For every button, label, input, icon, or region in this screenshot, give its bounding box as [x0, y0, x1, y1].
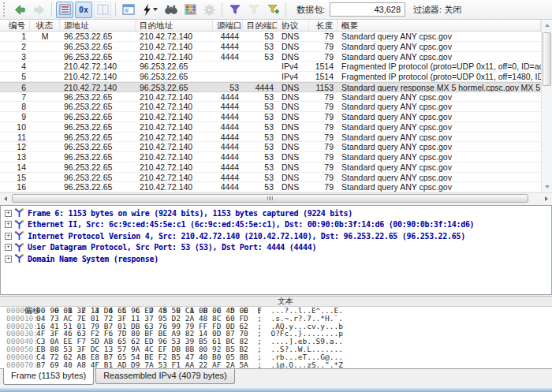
- cell-len: 1153: [309, 83, 338, 91]
- packet-table-header[interactable]: 编号状态源地址目的地址源端口目的端口协议长度概要: [0, 20, 541, 32]
- scroll-right-icon[interactable]: [541, 193, 552, 203]
- cell-len: 79: [309, 142, 338, 151]
- cell-proto: DNS: [278, 152, 309, 162]
- window-bottom-edge: [0, 388, 552, 392]
- packet-row[interactable]: 1M96.253.22.65210.42.72.140444453DNS79St…: [0, 32, 541, 42]
- column-header[interactable]: 编号: [0, 20, 30, 31]
- column-header[interactable]: 源端口: [213, 20, 243, 31]
- tab-reassembled-ipv4[interactable]: Reassembled IPv4 (4079 bytes): [95, 369, 235, 384]
- cell-len: 79: [309, 52, 338, 62]
- packet-row[interactable]: 796.253.22.65210.42.72.140444453DNS79Sta…: [0, 92, 541, 103]
- filter-add-button[interactable]: [264, 2, 282, 18]
- packet-list-toggle[interactable]: [56, 2, 73, 18]
- horizontal-scrollbar-thumb[interactable]: [12, 194, 528, 203]
- cell-src: 96.253.22.65: [60, 92, 136, 102]
- column-header[interactable]: 目的端口: [243, 20, 278, 31]
- packet-row[interactable]: 4210.42.72.14096.253.22.65IPv41514Fragme…: [0, 62, 541, 72]
- details-panel-button[interactable]: [120, 2, 137, 18]
- split-view-toggle[interactable]: [94, 2, 111, 18]
- back-button[interactable]: [11, 2, 28, 18]
- cell-dport: 53: [243, 102, 278, 111]
- cell-sport: 4444: [213, 142, 243, 151]
- cell-no: 13: [0, 152, 30, 162]
- tree-item[interactable]: Internet Protocol Version 4, Src: 210.42…: [3, 230, 551, 242]
- packet-row[interactable]: 1496.253.22.65210.42.72.140444453DNS79St…: [0, 162, 541, 173]
- cell-status: [30, 83, 60, 91]
- vertical-scrollbar-thumb[interactable]: [543, 32, 551, 86]
- cell-sport: 53: [213, 83, 243, 91]
- column-header[interactable]: 长度: [309, 20, 338, 31]
- packet-list-panel: 编号状态源地址目的地址源端口目的端口协议长度概要 1M96.253.22.652…: [0, 20, 552, 203]
- expand-plus-icon[interactable]: [5, 256, 12, 263]
- packet-row[interactable]: 1296.253.22.65210.42.72.140444453DNS79St…: [0, 142, 541, 152]
- tree-item[interactable]: User Datagram Protocol, Src Port: 53 (53…: [3, 242, 551, 254]
- cell-summary: Standard query ANY cpsc.gov: [338, 42, 541, 51]
- forward-button[interactable]: [30, 2, 47, 18]
- cell-status: [30, 102, 60, 111]
- tree-item[interactable]: Ethernet II, Src: 6c:9c:ed:45:5e:c1 (6c:…: [3, 219, 551, 231]
- hex-view-toggle[interactable]: 0x: [75, 2, 92, 18]
- cell-dport: 53: [243, 32, 278, 41]
- cell-dst: 210.42.72.140: [136, 162, 213, 172]
- conversations-button[interactable]: [181, 2, 199, 18]
- cell-summary: Standard query ANY cpsc.gov: [338, 52, 541, 62]
- scroll-down-icon[interactable]: [542, 181, 552, 192]
- filter-funnel-plus-icon: [267, 4, 279, 15]
- filter-button[interactable]: [226, 2, 244, 18]
- cell-summary: Standard query ANY cpsc.gov: [338, 102, 541, 111]
- cell-len: 79: [309, 122, 338, 132]
- hex-text-header: 文本: [278, 297, 293, 306]
- tab-frame[interactable]: Frame (1153 bytes): [3, 368, 94, 385]
- packet-row[interactable]: 396.253.22.65210.42.72.140444453DNS79Sta…: [0, 52, 541, 62]
- expand-plus-icon[interactable]: [5, 210, 12, 217]
- packet-row[interactable]: 996.253.22.65210.42.72.140444453DNS79Sta…: [0, 112, 541, 122]
- packet-row[interactable]: 1096.253.22.65210.42.72.140444453DNS79St…: [0, 122, 541, 133]
- cell-dst: 96.253.22.65: [136, 83, 213, 91]
- cell-status: [30, 72, 60, 81]
- cell-dport: [243, 72, 278, 81]
- tree-item[interactable]: Frame 6: 1153 bytes on wire (9224 bits),…: [3, 207, 551, 219]
- filter-clear-button[interactable]: [245, 2, 263, 18]
- expand-plus-icon[interactable]: [5, 233, 12, 240]
- cell-dst: 210.42.72.140: [136, 173, 213, 182]
- column-header[interactable]: 目的地址: [136, 20, 213, 31]
- cell-dst: 210.42.72.140: [136, 152, 213, 162]
- find-button[interactable]: [162, 2, 180, 18]
- cell-dst: 210.42.72.140: [136, 112, 213, 121]
- expand-plus-icon[interactable]: [5, 221, 12, 228]
- packet-row[interactable]: 5210.42.72.14096.253.22.65IPv41514Fragme…: [0, 72, 541, 82]
- scroll-up-icon[interactable]: [542, 20, 552, 31]
- capture-button[interactable]: [139, 2, 161, 18]
- hex-row[interactable]: 000070:87 69 40 A8 4F B1 AD D9 7A 53 F1 …: [0, 361, 552, 369]
- cell-dst: 210.42.72.140: [136, 92, 213, 102]
- packet-row[interactable]: 1196.253.22.65210.42.72.140444453DNS79St…: [0, 133, 541, 143]
- packet-row[interactable]: 6210.42.72.14096.253.22.65534444DNS1153S…: [0, 82, 541, 92]
- column-header[interactable]: 概要: [338, 20, 541, 31]
- cell-src: 96.253.22.65: [60, 162, 136, 172]
- cell-summary: Standard query ANY cpsc.gov: [338, 32, 541, 41]
- column-header[interactable]: 源地址: [60, 20, 136, 31]
- scroll-left-icon[interactable]: [0, 193, 11, 203]
- packet-row[interactable]: 296.253.22.65210.42.72.140444453DNS79Sta…: [0, 42, 541, 52]
- cell-sport: 4444: [213, 122, 243, 132]
- packet-row[interactable]: 1696.253.22.65210.42.72.140444453DNS79St…: [0, 182, 541, 192]
- packet-row[interactable]: 896.253.22.65210.42.72.140444453DNS79Sta…: [0, 102, 541, 112]
- expand-plus-icon[interactable]: [5, 244, 12, 251]
- cell-dst: 210.42.72.140: [136, 142, 213, 151]
- cell-len: 79: [309, 102, 338, 111]
- tree-item[interactable]: Domain Name System (response): [3, 253, 551, 265]
- packet-row[interactable]: 1596.253.22.65210.42.72.140444453DNS79St…: [0, 173, 541, 183]
- vertical-scrollbar[interactable]: [541, 20, 552, 192]
- cell-src: 96.253.22.65: [60, 42, 136, 51]
- cell-dst: 96.253.22.65: [136, 72, 213, 81]
- horizontal-scrollbar[interactable]: [0, 192, 552, 203]
- toolbar-grip[interactable]: [3, 2, 8, 17]
- column-header[interactable]: 状态: [30, 20, 60, 31]
- cell-dport: 53: [243, 122, 278, 132]
- settings-button[interactable]: [200, 2, 218, 18]
- cell-proto: DNS: [278, 32, 309, 41]
- gear-icon: [203, 4, 215, 16]
- cell-proto: DNS: [278, 52, 309, 62]
- column-header[interactable]: 协议: [278, 20, 309, 31]
- packet-row[interactable]: 1396.253.22.65210.42.72.140444453DNS79St…: [0, 152, 541, 162]
